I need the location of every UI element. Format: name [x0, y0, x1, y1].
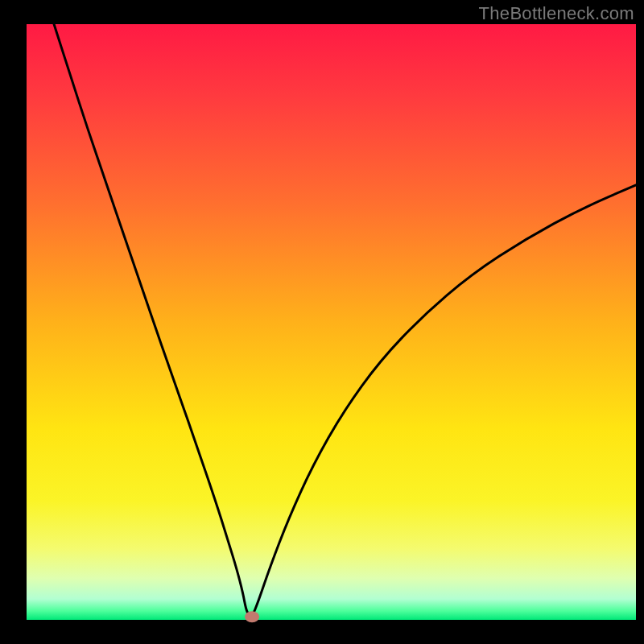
- optimum-marker: [245, 611, 259, 622]
- watermark-text: TheBottleneck.com: [479, 3, 634, 24]
- plot-area: [27, 24, 636, 620]
- bottleneck-chart: [0, 0, 644, 644]
- chart-container: TheBottleneck.com: [0, 0, 644, 644]
